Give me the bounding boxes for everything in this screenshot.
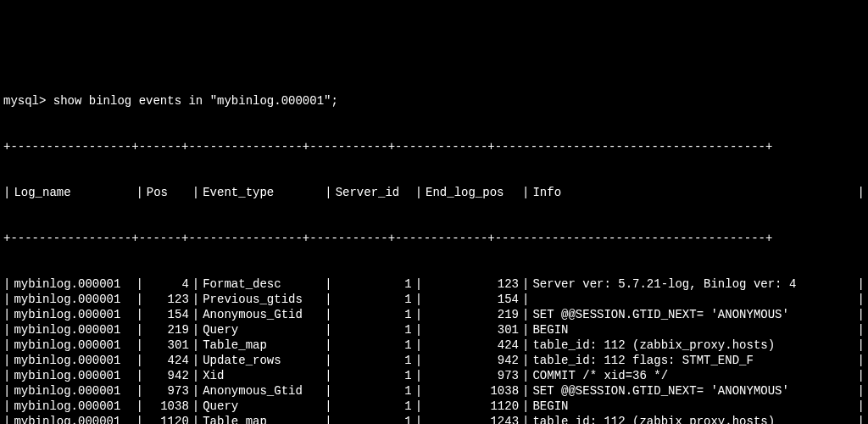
cell-info: BEGIN	[529, 399, 857, 414]
cell-end-log-pos: 973	[422, 368, 522, 383]
cell-end-log-pos: 219	[422, 307, 522, 322]
cell-server-id: 1	[332, 276, 415, 292]
cell-event-type: Previous_gtids	[199, 292, 325, 307]
cell-log-name: mybinlog.000001	[10, 353, 136, 368]
cell-pos: 123	[143, 292, 192, 307]
col-server-id: Server_id	[332, 185, 415, 200]
cell-info: COMMIT /* xid=36 */	[529, 368, 857, 383]
table-row: |mybinlog.000001|1120|Table_map|1|1243|t…	[3, 414, 865, 424]
cell-end-log-pos: 424	[422, 338, 522, 353]
cell-log-name: mybinlog.000001	[10, 399, 136, 414]
cell-server-id: 1	[332, 338, 415, 353]
cell-end-log-pos: 154	[422, 292, 522, 307]
table-body: |mybinlog.000001|4|Format_desc|1|123|Ser…	[3, 276, 865, 424]
cell-log-name: mybinlog.000001	[10, 322, 136, 338]
cell-server-id: 1	[332, 353, 415, 368]
cell-info: SET @@SESSION.GTID_NEXT= 'ANONYMOUS'	[529, 383, 857, 399]
cell-end-log-pos: 1120	[422, 399, 522, 414]
cell-pos: 4	[143, 276, 192, 292]
cell-server-id: 1	[332, 307, 415, 322]
cell-event-type: Format_desc	[199, 276, 325, 292]
table-row: |mybinlog.000001|973|Anonymous_Gtid|1|10…	[3, 383, 865, 399]
cell-server-id: 1	[332, 383, 415, 399]
cell-info: table_id: 112 flags: STMT_END_F	[529, 353, 857, 368]
cell-info: Server ver: 5.7.21-log, Binlog ver: 4	[529, 276, 857, 292]
col-event-type: Event_type	[199, 185, 325, 200]
table-row: |mybinlog.000001|301|Table_map|1|424|tab…	[3, 338, 865, 353]
table-row: |mybinlog.000001|424|Update_rows|1|942|t…	[3, 353, 865, 368]
cell-event-type: Anonymous_Gtid	[199, 307, 325, 322]
cell-event-type: Table_map	[199, 414, 325, 424]
cell-server-id: 1	[332, 414, 415, 424]
cell-event-type: Xid	[199, 368, 325, 383]
table-row: |mybinlog.000001|942|Xid|1|973|COMMIT /*…	[3, 368, 865, 383]
cell-info: BEGIN	[529, 322, 857, 338]
table-header-row: |Log_name |Pos |Event_type |Server_id |E…	[3, 185, 865, 200]
cell-info: table_id: 112 (zabbix_proxy.hosts)	[529, 338, 857, 353]
cell-pos: 1120	[143, 414, 192, 424]
table-border-top: +-----------------+------+--------------…	[3, 139, 865, 154]
cell-event-type: Update_rows	[199, 353, 325, 368]
col-pos: Pos	[143, 185, 192, 200]
cell-pos: 219	[143, 322, 192, 338]
cell-end-log-pos: 1243	[422, 414, 522, 424]
col-info: Info	[529, 185, 857, 200]
cell-pos: 973	[143, 383, 192, 399]
command-prompt[interactable]: mysql> show binlog events in "mybinlog.0…	[3, 93, 865, 109]
table-border-mid: +-----------------+------+--------------…	[3, 231, 865, 246]
cell-event-type: Query	[199, 322, 325, 338]
cell-log-name: mybinlog.000001	[10, 414, 136, 424]
table-row: |mybinlog.000001|219|Query|1|301|BEGIN|	[3, 322, 865, 338]
cell-end-log-pos: 1038	[422, 383, 522, 399]
terminal-output: mysql> show binlog events in "mybinlog.0…	[0, 61, 868, 424]
cell-log-name: mybinlog.000001	[10, 292, 136, 307]
cell-pos: 942	[143, 368, 192, 383]
cell-end-log-pos: 123	[422, 276, 522, 292]
cell-event-type: Query	[199, 399, 325, 414]
col-log-name: Log_name	[10, 185, 136, 200]
table-row: |mybinlog.000001|4|Format_desc|1|123|Ser…	[3, 276, 865, 292]
cell-server-id: 1	[332, 322, 415, 338]
cell-event-type: Table_map	[199, 338, 325, 353]
table-row: |mybinlog.000001|123|Previous_gtids|1|15…	[3, 292, 865, 307]
cell-event-type: Anonymous_Gtid	[199, 383, 325, 399]
cell-server-id: 1	[332, 368, 415, 383]
cell-log-name: mybinlog.000001	[10, 368, 136, 383]
table-row: |mybinlog.000001|154|Anonymous_Gtid|1|21…	[3, 307, 865, 322]
cell-end-log-pos: 301	[422, 322, 522, 338]
cell-end-log-pos: 942	[422, 353, 522, 368]
cell-server-id: 1	[332, 399, 415, 414]
cell-info: table_id: 112 (zabbix_proxy.hosts)	[529, 414, 857, 424]
cell-log-name: mybinlog.000001	[10, 307, 136, 322]
col-end-log-pos: End_log_pos	[422, 185, 522, 200]
cell-server-id: 1	[332, 292, 415, 307]
cell-pos: 424	[143, 353, 192, 368]
cell-pos: 301	[143, 338, 192, 353]
cell-log-name: mybinlog.000001	[10, 383, 136, 399]
cell-pos: 154	[143, 307, 192, 322]
cell-log-name: mybinlog.000001	[10, 338, 136, 353]
table-row: |mybinlog.000001|1038|Query|1|1120|BEGIN…	[3, 399, 865, 414]
cell-info: SET @@SESSION.GTID_NEXT= 'ANONYMOUS'	[529, 307, 857, 322]
cell-pos: 1038	[143, 399, 192, 414]
cell-log-name: mybinlog.000001	[10, 276, 136, 292]
cell-info	[529, 292, 857, 307]
